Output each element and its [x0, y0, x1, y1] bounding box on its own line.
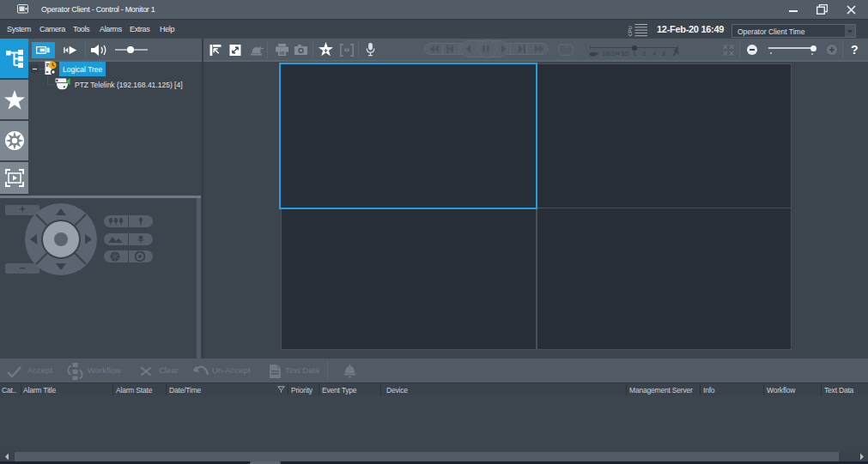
- svg-text:CPU: CPU: [628, 26, 633, 36]
